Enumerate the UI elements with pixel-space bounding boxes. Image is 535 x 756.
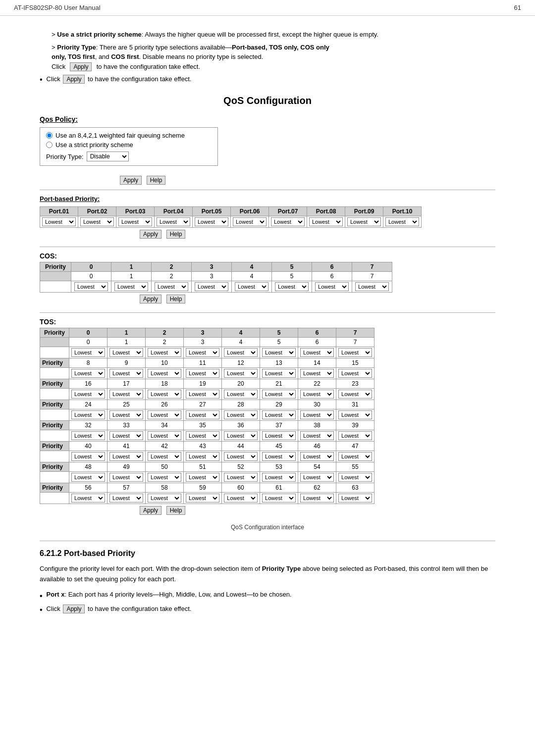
tos-select[interactable]: HighestMiddleLowLowest <box>224 431 258 440</box>
tos-select[interactable]: HighestMiddleLowLowest <box>71 431 105 440</box>
tos-select[interactable]: HighestMiddleLowLowest <box>186 369 219 378</box>
tos-select[interactable]: HighestMiddleLowLowest <box>338 452 372 461</box>
cos-select[interactable]: HighestMiddleLowLowest <box>74 282 108 291</box>
tos-select[interactable]: HighestMiddleLowLowest <box>262 348 296 357</box>
radio-strict[interactable] <box>46 142 53 148</box>
port-select[interactable]: HighestMiddleLowLowest <box>271 217 305 226</box>
tos-select[interactable]: HighestMiddleLowLowest <box>262 390 296 399</box>
port-select[interactable]: HighestMiddleLowLowest <box>80 217 114 226</box>
tos-select-cell: HighestMiddleLowLowest <box>260 389 298 400</box>
tos-select[interactable]: HighestMiddleLowLowest <box>109 452 143 461</box>
tos-select[interactable]: HighestMiddleLowLowest <box>71 452 105 461</box>
port-select[interactable]: HighestMiddleLowLowest <box>195 217 228 226</box>
tos-select[interactable]: HighestMiddleLowLowest <box>186 452 219 461</box>
port-select[interactable]: HighestMiddleLowLowest <box>233 217 267 226</box>
cos-help-btn[interactable]: Help <box>166 295 186 303</box>
tos-apply-btn[interactable]: Apply <box>140 506 161 515</box>
tos-select[interactable]: HighestMiddleLowLowest <box>186 410 219 419</box>
tos-select[interactable]: HighestMiddleLowLowest <box>109 390 143 399</box>
tos-select[interactable]: HighestMiddleLowLowest <box>71 348 105 357</box>
tos-select[interactable]: HighestMiddleLowLowest <box>71 369 105 378</box>
tos-select[interactable]: HighestMiddleLowLowest <box>338 473 372 482</box>
port-select[interactable]: HighestMiddleLowLowest <box>118 217 152 226</box>
tos-select[interactable]: HighestMiddleLowLowest <box>262 452 296 461</box>
tos-select[interactable]: HighestMiddleLowLowest <box>148 473 181 482</box>
port-select[interactable]: HighestMiddleLowLowest <box>309 217 343 226</box>
port-help-btn[interactable]: Help <box>166 230 186 239</box>
tos-select[interactable]: HighestMiddleLowLowest <box>186 473 219 482</box>
tos-select[interactable]: HighestMiddleLowLowest <box>300 473 334 482</box>
tos-select-cell: HighestMiddleLowLowest <box>222 389 260 400</box>
radio-weighted[interactable] <box>46 132 53 139</box>
port-select[interactable]: HighestMiddleLowLowest <box>347 217 381 226</box>
tos-select[interactable]: HighestMiddleLowLowest <box>338 410 372 419</box>
tos-select[interactable]: HighestMiddleLowLowest <box>148 348 181 357</box>
tos-select[interactable]: HighestMiddleLowLowest <box>262 410 296 419</box>
tos-select-cell: HighestMiddleLowLowest <box>146 347 184 358</box>
cos-select[interactable]: HighestMiddleLowLowest <box>195 282 228 291</box>
tos-select[interactable]: HighestMiddleLowLowest <box>109 348 143 357</box>
tos-select[interactable]: HighestMiddleLowLowest <box>338 348 372 357</box>
tos-select[interactable]: HighestMiddleLowLowest <box>300 390 334 399</box>
tos-select[interactable]: HighestMiddleLowLowest <box>148 494 181 503</box>
cos-select[interactable]: HighestMiddleLowLowest <box>275 282 309 291</box>
tos-select[interactable]: HighestMiddleLowLowest <box>109 473 143 482</box>
tos-select[interactable]: HighestMiddleLowLowest <box>224 452 258 461</box>
qos-policy-apply-btn[interactable]: Apply <box>120 176 142 185</box>
cos-select[interactable]: HighestMiddleLowLowest <box>114 282 148 291</box>
tos-select[interactable]: HighestMiddleLowLowest <box>262 431 296 440</box>
tos-select[interactable]: HighestMiddleLowLowest <box>71 494 105 503</box>
port-select[interactable]: HighestMiddleLowLowest <box>157 217 190 226</box>
tos-select[interactable]: HighestMiddleLowLowest <box>300 348 334 357</box>
qos-policy-help-btn[interactable]: Help <box>147 176 166 185</box>
tos-select[interactable]: HighestMiddleLowLowest <box>300 431 334 440</box>
tos-select[interactable]: HighestMiddleLowLowest <box>148 452 181 461</box>
tos-select[interactable]: HighestMiddleLowLowest <box>338 390 372 399</box>
port-apply-btn[interactable]: Apply <box>140 230 161 239</box>
tos-select[interactable]: HighestMiddleLowLowest <box>224 369 258 378</box>
tos-select[interactable]: HighestMiddleLowLowest <box>224 348 258 357</box>
tos-select[interactable]: HighestMiddleLowLowest <box>109 494 143 503</box>
tos-select[interactable]: HighestMiddleLowLowest <box>109 369 143 378</box>
tos-select[interactable]: HighestMiddleLowLowest <box>300 410 334 419</box>
tos-num-cell: 58 <box>146 483 184 493</box>
tos-select[interactable]: HighestMiddleLowLowest <box>262 494 296 503</box>
tos-select[interactable]: HighestMiddleLowLowest <box>186 348 219 357</box>
cos-apply-btn[interactable]: Apply <box>140 295 161 303</box>
tos-select[interactable]: HighestMiddleLowLowest <box>338 494 372 503</box>
tos-select[interactable]: HighestMiddleLowLowest <box>148 369 181 378</box>
tos-select[interactable]: HighestMiddleLowLowest <box>186 390 219 399</box>
tos-help-btn[interactable]: Help <box>166 506 186 515</box>
tos-select[interactable]: HighestMiddleLowLowest <box>300 494 334 503</box>
tos-select[interactable]: HighestMiddleLowLowest <box>71 410 105 419</box>
apply-btn-main[interactable]: Apply <box>63 75 85 84</box>
tos-select[interactable]: HighestMiddleLowLowest <box>148 431 181 440</box>
apply-btn-intro[interactable]: Apply <box>70 62 92 71</box>
tos-select[interactable]: HighestMiddleLowLowest <box>148 410 181 419</box>
tos-select[interactable]: HighestMiddleLowLowest <box>148 390 181 399</box>
tos-select[interactable]: HighestMiddleLowLowest <box>338 369 372 378</box>
tos-select[interactable]: HighestMiddleLowLowest <box>338 431 372 440</box>
tos-select[interactable]: HighestMiddleLowLowest <box>224 473 258 482</box>
cos-select[interactable]: HighestMiddleLowLowest <box>355 282 389 291</box>
tos-select[interactable]: HighestMiddleLowLowest <box>109 431 143 440</box>
tos-select[interactable]: HighestMiddleLowLowest <box>186 431 219 440</box>
section-621-apply-btn[interactable]: Apply <box>63 605 85 613</box>
tos-select[interactable]: HighestMiddleLowLowest <box>186 494 219 503</box>
tos-select[interactable]: HighestMiddleLowLowest <box>224 410 258 419</box>
priority-type-select[interactable]: Disable Port-based TOS only COS only TOS… <box>87 151 129 161</box>
cos-select[interactable]: HighestMiddleLowLowest <box>155 282 188 291</box>
tos-select[interactable]: HighestMiddleLowLowest <box>300 369 334 378</box>
port-select[interactable]: HighestMiddleLowLowest <box>385 217 419 226</box>
tos-select[interactable]: HighestMiddleLowLowest <box>262 369 296 378</box>
cos-select[interactable]: HighestMiddleLowLowest <box>315 282 349 291</box>
tos-select[interactable]: HighestMiddleLowLowest <box>71 390 105 399</box>
tos-select[interactable]: HighestMiddleLowLowest <box>262 473 296 482</box>
tos-select[interactable]: HighestMiddleLowLowest <box>71 473 105 482</box>
tos-select[interactable]: HighestMiddleLowLowest <box>109 410 143 419</box>
port-select[interactable]: HighestMiddleLowLowest <box>42 217 76 226</box>
tos-select[interactable]: HighestMiddleLowLowest <box>224 390 258 399</box>
tos-select[interactable]: HighestMiddleLowLowest <box>224 494 258 503</box>
tos-select[interactable]: HighestMiddleLowLowest <box>300 452 334 461</box>
cos-select[interactable]: HighestMiddleLowLowest <box>235 282 268 291</box>
